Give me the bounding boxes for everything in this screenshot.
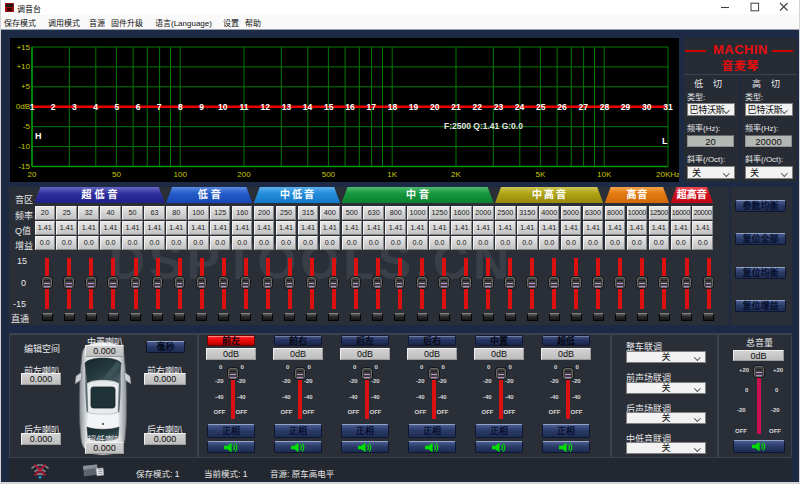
svg-text:+10: +10 xyxy=(16,62,30,71)
svg-text:13: 13 xyxy=(282,102,292,112)
svg-text:16: 16 xyxy=(345,102,355,112)
svg-text:10: 10 xyxy=(218,102,228,112)
svg-text:H: H xyxy=(35,131,42,141)
svg-text:19: 19 xyxy=(409,102,419,112)
svg-text:-5: -5 xyxy=(23,122,31,131)
svg-text:20: 20 xyxy=(430,102,440,112)
svg-text:9: 9 xyxy=(199,102,204,112)
svg-text:6: 6 xyxy=(136,102,141,112)
svg-text:28: 28 xyxy=(600,102,610,112)
svg-text:25: 25 xyxy=(536,102,546,112)
svg-text:-10: -10 xyxy=(18,142,30,151)
svg-text:26: 26 xyxy=(557,102,567,112)
svg-text:5: 5 xyxy=(114,102,119,112)
svg-text:500: 500 xyxy=(322,170,336,179)
svg-text:200: 200 xyxy=(237,170,251,179)
svg-text:+5: +5 xyxy=(21,82,31,91)
svg-text:27: 27 xyxy=(578,102,588,112)
svg-text:+15: +15 xyxy=(16,43,30,52)
svg-text:3: 3 xyxy=(72,102,77,112)
svg-text:20KHz: 20KHz xyxy=(656,170,679,179)
svg-text:1: 1 xyxy=(30,102,35,112)
svg-text:22: 22 xyxy=(472,102,482,112)
svg-text:14: 14 xyxy=(303,102,313,112)
svg-text:17: 17 xyxy=(366,102,376,112)
svg-text:12: 12 xyxy=(260,102,270,112)
svg-text:20: 20 xyxy=(28,170,37,179)
svg-text:100: 100 xyxy=(174,170,188,179)
svg-text:2K: 2K xyxy=(451,170,461,179)
svg-text:23: 23 xyxy=(494,102,504,112)
svg-text:24: 24 xyxy=(515,102,525,112)
svg-text:L: L xyxy=(662,136,668,146)
svg-text:21: 21 xyxy=(451,102,461,112)
svg-text:1K: 1K xyxy=(387,170,397,179)
svg-text:10K: 10K xyxy=(597,170,612,179)
svg-text:5K: 5K xyxy=(536,170,546,179)
svg-text:F:2500 Q:1.41 G:0.0: F:2500 Q:1.41 G:0.0 xyxy=(444,121,523,131)
svg-text:18: 18 xyxy=(388,102,398,112)
svg-text:15: 15 xyxy=(324,102,334,112)
svg-text:8: 8 xyxy=(178,102,183,112)
svg-text:11: 11 xyxy=(240,102,249,112)
svg-text:31: 31 xyxy=(663,102,673,112)
svg-text:29: 29 xyxy=(621,102,631,112)
svg-text:7: 7 xyxy=(157,102,162,112)
svg-text:50: 50 xyxy=(112,170,121,179)
svg-text:2: 2 xyxy=(51,102,56,112)
svg-text:30: 30 xyxy=(642,102,652,112)
svg-text:0dB: 0dB xyxy=(16,102,30,111)
svg-text:4: 4 xyxy=(93,102,98,112)
